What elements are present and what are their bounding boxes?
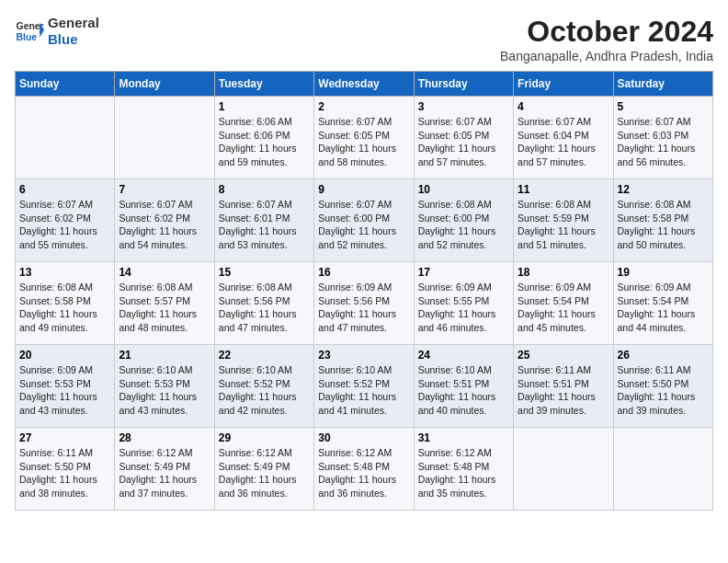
col-header-sunday: Sunday	[16, 72, 115, 97]
day-number: 1	[219, 100, 310, 113]
day-info: Sunrise: 6:12 AM Sunset: 5:48 PM Dayligh…	[318, 446, 409, 500]
calendar-cell	[115, 97, 214, 179]
day-info: Sunrise: 6:07 AM Sunset: 6:05 PM Dayligh…	[318, 115, 409, 169]
logo: General Blue General Blue	[15, 15, 99, 48]
calendar-cell: 1Sunrise: 6:06 AM Sunset: 6:06 PM Daylig…	[214, 97, 313, 179]
col-header-wednesday: Wednesday	[314, 72, 414, 97]
day-info: Sunrise: 6:12 AM Sunset: 5:49 PM Dayligh…	[219, 446, 310, 500]
day-number: 22	[219, 349, 310, 362]
logo-general: General	[48, 15, 99, 31]
month-title: October 2024	[500, 15, 713, 49]
day-number: 8	[219, 183, 310, 196]
day-number: 5	[618, 100, 709, 113]
day-info: Sunrise: 6:07 AM Sunset: 6:02 PM Dayligh…	[119, 198, 210, 252]
day-number: 4	[518, 100, 609, 113]
calendar-cell: 24Sunrise: 6:10 AM Sunset: 5:51 PM Dayli…	[414, 345, 513, 428]
calendar-body: 1Sunrise: 6:06 AM Sunset: 6:06 PM Daylig…	[16, 97, 713, 511]
day-info: Sunrise: 6:11 AM Sunset: 5:50 PM Dayligh…	[618, 363, 709, 418]
day-number: 16	[318, 266, 409, 279]
day-info: Sunrise: 6:10 AM Sunset: 5:53 PM Dayligh…	[119, 363, 210, 418]
calendar-cell: 29Sunrise: 6:12 AM Sunset: 5:49 PM Dayli…	[214, 428, 313, 511]
day-info: Sunrise: 6:10 AM Sunset: 5:52 PM Dayligh…	[318, 363, 409, 418]
day-info: Sunrise: 6:08 AM Sunset: 6:00 PM Dayligh…	[418, 198, 509, 252]
calendar-cell: 3Sunrise: 6:07 AM Sunset: 6:05 PM Daylig…	[414, 97, 513, 179]
day-number: 2	[318, 100, 409, 113]
day-number: 14	[119, 266, 210, 279]
day-info: Sunrise: 6:09 AM Sunset: 5:55 PM Dayligh…	[418, 281, 509, 335]
day-number: 27	[19, 431, 110, 444]
calendar-cell: 8Sunrise: 6:07 AM Sunset: 6:01 PM Daylig…	[214, 179, 313, 262]
col-header-saturday: Saturday	[613, 72, 712, 97]
day-info: Sunrise: 6:09 AM Sunset: 5:56 PM Dayligh…	[318, 281, 409, 335]
calendar-table: SundayMondayTuesdayWednesdayThursdayFrid…	[15, 71, 713, 511]
day-number: 20	[19, 349, 110, 362]
day-info: Sunrise: 6:07 AM Sunset: 6:05 PM Dayligh…	[418, 115, 509, 169]
day-info: Sunrise: 6:09 AM Sunset: 5:54 PM Dayligh…	[618, 281, 709, 335]
calendar-cell: 13Sunrise: 6:08 AM Sunset: 5:58 PM Dayli…	[16, 262, 115, 345]
col-header-monday: Monday	[115, 72, 214, 97]
day-number: 11	[518, 183, 609, 196]
day-number: 10	[418, 183, 509, 196]
day-number: 7	[119, 183, 210, 196]
calendar-cell: 4Sunrise: 6:07 AM Sunset: 6:04 PM Daylig…	[514, 97, 613, 179]
calendar-cell: 10Sunrise: 6:08 AM Sunset: 6:00 PM Dayli…	[414, 179, 513, 262]
day-number: 3	[418, 100, 509, 113]
calendar-cell: 17Sunrise: 6:09 AM Sunset: 5:55 PM Dayli…	[414, 262, 513, 345]
day-info: Sunrise: 6:07 AM Sunset: 6:00 PM Dayligh…	[318, 198, 409, 252]
day-number: 28	[119, 431, 210, 444]
calendar-cell: 14Sunrise: 6:08 AM Sunset: 5:57 PM Dayli…	[115, 262, 214, 345]
calendar-cell: 18Sunrise: 6:09 AM Sunset: 5:54 PM Dayli…	[514, 262, 613, 345]
calendar-cell: 31Sunrise: 6:12 AM Sunset: 5:48 PM Dayli…	[414, 428, 513, 511]
calendar-cell: 9Sunrise: 6:07 AM Sunset: 6:00 PM Daylig…	[314, 179, 414, 262]
day-number: 24	[418, 349, 509, 362]
day-info: Sunrise: 6:08 AM Sunset: 5:58 PM Dayligh…	[19, 281, 110, 335]
day-info: Sunrise: 6:11 AM Sunset: 5:50 PM Dayligh…	[19, 446, 110, 500]
day-info: Sunrise: 6:08 AM Sunset: 5:56 PM Dayligh…	[219, 281, 310, 335]
calendar-cell: 27Sunrise: 6:11 AM Sunset: 5:50 PM Dayli…	[16, 428, 115, 511]
day-number: 21	[119, 349, 210, 362]
calendar-cell: 7Sunrise: 6:07 AM Sunset: 6:02 PM Daylig…	[115, 179, 214, 262]
calendar-header: SundayMondayTuesdayWednesdayThursdayFrid…	[16, 72, 713, 97]
calendar-cell: 12Sunrise: 6:08 AM Sunset: 5:58 PM Dayli…	[613, 179, 712, 262]
day-info: Sunrise: 6:08 AM Sunset: 5:59 PM Dayligh…	[518, 198, 609, 252]
calendar-cell: 20Sunrise: 6:09 AM Sunset: 5:53 PM Dayli…	[16, 345, 115, 428]
day-number: 25	[518, 349, 609, 362]
week-row-1: 1Sunrise: 6:06 AM Sunset: 6:06 PM Daylig…	[16, 97, 713, 179]
day-number: 18	[518, 266, 609, 279]
day-number: 12	[618, 183, 709, 196]
calendar-cell: 6Sunrise: 6:07 AM Sunset: 6:02 PM Daylig…	[16, 179, 115, 262]
col-header-thursday: Thursday	[414, 72, 513, 97]
calendar-cell	[514, 428, 613, 511]
calendar-cell: 15Sunrise: 6:08 AM Sunset: 5:56 PM Dayli…	[214, 262, 313, 345]
day-info: Sunrise: 6:12 AM Sunset: 5:48 PM Dayligh…	[418, 446, 509, 500]
day-number: 17	[418, 266, 509, 279]
day-info: Sunrise: 6:07 AM Sunset: 6:01 PM Dayligh…	[219, 198, 310, 252]
header-row: SundayMondayTuesdayWednesdayThursdayFrid…	[16, 72, 713, 97]
week-row-3: 13Sunrise: 6:08 AM Sunset: 5:58 PM Dayli…	[16, 262, 713, 345]
week-row-4: 20Sunrise: 6:09 AM Sunset: 5:53 PM Dayli…	[16, 345, 713, 428]
page-header: General Blue General Blue October 2024 B…	[15, 15, 713, 63]
day-number: 29	[219, 431, 310, 444]
logo-icon: General Blue	[15, 17, 44, 46]
calendar-cell: 23Sunrise: 6:10 AM Sunset: 5:52 PM Dayli…	[314, 345, 414, 428]
day-number: 31	[418, 431, 509, 444]
location-title: Banganapalle, Andhra Pradesh, India	[500, 49, 713, 63]
calendar-cell: 5Sunrise: 6:07 AM Sunset: 6:03 PM Daylig…	[613, 97, 712, 179]
day-info: Sunrise: 6:07 AM Sunset: 6:02 PM Dayligh…	[19, 198, 110, 252]
calendar-cell: 25Sunrise: 6:11 AM Sunset: 5:51 PM Dayli…	[514, 345, 613, 428]
calendar-cell: 22Sunrise: 6:10 AM Sunset: 5:52 PM Dayli…	[214, 345, 313, 428]
logo-blue: Blue	[48, 31, 99, 48]
day-number: 26	[618, 349, 709, 362]
day-number: 15	[219, 266, 310, 279]
calendar-cell: 28Sunrise: 6:12 AM Sunset: 5:49 PM Dayli…	[115, 428, 214, 511]
day-info: Sunrise: 6:09 AM Sunset: 5:54 PM Dayligh…	[518, 281, 609, 335]
day-number: 9	[318, 183, 409, 196]
day-info: Sunrise: 6:07 AM Sunset: 6:04 PM Dayligh…	[518, 115, 609, 169]
day-number: 19	[618, 266, 709, 279]
calendar-cell	[16, 97, 115, 179]
day-info: Sunrise: 6:09 AM Sunset: 5:53 PM Dayligh…	[19, 363, 110, 418]
day-info: Sunrise: 6:12 AM Sunset: 5:49 PM Dayligh…	[119, 446, 210, 500]
svg-text:Blue: Blue	[17, 32, 38, 42]
day-number: 30	[318, 431, 409, 444]
calendar-cell: 11Sunrise: 6:08 AM Sunset: 5:59 PM Dayli…	[514, 179, 613, 262]
